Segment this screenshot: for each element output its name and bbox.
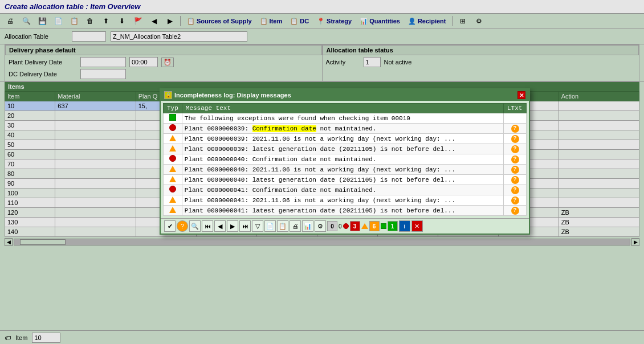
modal-info-btn[interactable]: i bbox=[399, 220, 410, 232]
modal-overlay: 🔒 Incompleteness log: Display messages ✕… bbox=[0, 0, 644, 344]
modal-copy-btn[interactable]: 📋 bbox=[277, 220, 288, 232]
modal-check-btn[interactable]: ✔ bbox=[164, 220, 176, 232]
modal-title: Incompleteness log: Display messages bbox=[174, 92, 291, 99]
cell-ltxt: ? bbox=[504, 185, 527, 195]
ltxt-icon[interactable]: ? bbox=[511, 196, 519, 204]
cell-message: Plant 0000000041: latest generation date… bbox=[182, 206, 503, 216]
modal-prev-btn[interactable]: ◀ bbox=[214, 220, 226, 232]
modal-toolbar: ✔ ? 🔍 ⏮ ◀ ▶ ⏭ ▽ 📄 📋 🖨 📊 ⚙ 0 0 3 6 bbox=[161, 218, 529, 234]
modal-content: Typ Message text LTxt The following exce… bbox=[161, 101, 529, 218]
cell-message: Plant 0000000040: 2021.11.06 is not a wo… bbox=[182, 165, 503, 175]
cell-typ bbox=[164, 113, 182, 124]
cell-message: Plant 0000000040: Confirmation date not … bbox=[182, 154, 503, 165]
list-item[interactable]: Plant 0000000039: 2021.11.06 is not a wo… bbox=[164, 134, 527, 144]
cell-ltxt: ? bbox=[504, 134, 527, 144]
ltxt-icon[interactable]: ? bbox=[511, 207, 519, 215]
cell-ltxt: ? bbox=[504, 154, 527, 165]
modal-export-btn[interactable]: 📄 bbox=[264, 220, 276, 232]
modal-config-btn[interactable]: ⚙ bbox=[315, 220, 326, 232]
cell-typ bbox=[164, 124, 182, 134]
count-yellow: 6 bbox=[369, 221, 380, 231]
msg-type-icon bbox=[169, 186, 176, 193]
modal-title-icon: 🔒 bbox=[164, 91, 172, 99]
cell-message: Plant 0000000039: Confirmation date not … bbox=[182, 124, 503, 134]
modal-close-btn[interactable]: ✕ bbox=[517, 91, 525, 99]
cell-typ bbox=[164, 175, 182, 185]
msg-type-icon bbox=[169, 155, 176, 162]
list-item[interactable]: Plant 0000000041: latest generation date… bbox=[164, 206, 527, 216]
list-item[interactable]: Plant 0000000039: latest generation date… bbox=[164, 144, 527, 154]
highlighted-text: Confirmation date bbox=[252, 125, 316, 132]
incompleteness-modal: 🔒 Incompleteness log: Display messages ✕… bbox=[160, 88, 530, 235]
list-item[interactable]: Plant 0000000040: latest generation date… bbox=[164, 175, 527, 185]
count-gray: 0 bbox=[327, 221, 337, 231]
ltxt-icon[interactable]: ? bbox=[511, 125, 519, 133]
modal-print-btn[interactable]: 🖨 bbox=[290, 220, 301, 232]
info-icon bbox=[381, 223, 386, 229]
list-item[interactable]: Plant 0000000039: Confirmation date not … bbox=[164, 124, 527, 134]
count-gray-icon: 0 bbox=[339, 223, 342, 230]
cell-typ bbox=[164, 165, 182, 175]
list-item[interactable]: Plant 0000000040: 2021.11.06 is not a wo… bbox=[164, 165, 527, 175]
col-typ: Typ bbox=[164, 104, 182, 113]
modal-find-btn[interactable]: 🔍 bbox=[189, 220, 201, 232]
col-message: Message text bbox=[182, 104, 503, 113]
cell-typ bbox=[164, 195, 182, 206]
list-item[interactable]: Plant 0000000040: Confirmation date not … bbox=[164, 154, 527, 165]
count-red: 3 bbox=[350, 221, 360, 231]
modal-first-btn[interactable]: ⏮ bbox=[202, 220, 213, 232]
ltxt-icon[interactable]: ? bbox=[511, 155, 519, 163]
ltxt-icon[interactable]: ? bbox=[511, 186, 519, 194]
cell-ltxt bbox=[504, 113, 527, 124]
list-item[interactable]: Plant 0000000041: 2021.11.06 is not a wo… bbox=[164, 195, 527, 206]
ltxt-icon[interactable]: ? bbox=[511, 176, 519, 184]
cell-message: Plant 0000000041: 2021.11.06 is not a wo… bbox=[182, 195, 503, 206]
modal-filter-btn[interactable]: ▽ bbox=[252, 220, 263, 232]
modal-last-btn[interactable]: ⏭ bbox=[239, 220, 251, 232]
modal-next-btn[interactable]: ▶ bbox=[227, 220, 238, 232]
msg-type-icon bbox=[169, 196, 176, 203]
cell-ltxt: ? bbox=[504, 165, 527, 175]
modal-title-bar: 🔒 Incompleteness log: Display messages ✕ bbox=[161, 89, 529, 101]
cell-typ bbox=[164, 154, 182, 165]
cell-message: Plant 0000000039: 2021.11.06 is not a wo… bbox=[182, 134, 503, 144]
modal-graph-btn[interactable]: 📊 bbox=[302, 220, 313, 232]
list-item[interactable]: The following exceptions were found when… bbox=[164, 113, 527, 124]
cell-typ bbox=[164, 185, 182, 195]
msg-type-icon bbox=[169, 207, 176, 213]
msg-type-icon bbox=[169, 114, 176, 121]
cell-typ bbox=[164, 144, 182, 154]
cell-message: Plant 0000000040: latest generation date… bbox=[182, 175, 503, 185]
msg-type-icon bbox=[169, 176, 176, 182]
cell-typ bbox=[164, 134, 182, 144]
error-icon bbox=[343, 223, 349, 229]
modal-help-btn[interactable]: ? bbox=[177, 220, 188, 232]
col-ltxt: LTxt bbox=[504, 104, 527, 113]
cell-ltxt: ? bbox=[504, 195, 527, 206]
msg-type-icon bbox=[169, 135, 176, 141]
msg-type-icon bbox=[169, 166, 176, 172]
warn-icon bbox=[361, 223, 368, 229]
cell-ltxt: ? bbox=[504, 175, 527, 185]
count-green: 1 bbox=[388, 221, 398, 231]
cell-typ bbox=[164, 206, 182, 216]
cell-ltxt: ? bbox=[504, 144, 527, 154]
ltxt-icon[interactable]: ? bbox=[511, 135, 519, 143]
msg-type-icon bbox=[169, 124, 176, 131]
list-item[interactable]: Plant 0000000041: Confirmation date not … bbox=[164, 185, 527, 195]
cell-message: Plant 0000000039: latest generation date… bbox=[182, 144, 503, 154]
cell-ltxt: ? bbox=[504, 206, 527, 216]
cell-ltxt: ? bbox=[504, 124, 527, 134]
modal-cancel-btn[interactable]: ✕ bbox=[411, 220, 423, 232]
msg-type-icon bbox=[169, 145, 176, 151]
ltxt-icon[interactable]: ? bbox=[511, 166, 519, 174]
message-table: Typ Message text LTxt The following exce… bbox=[163, 103, 527, 216]
cell-message: Plant 0000000041: Confirmation date not … bbox=[182, 185, 503, 195]
ltxt-icon[interactable]: ? bbox=[511, 145, 519, 153]
cell-message: The following exceptions were found when… bbox=[182, 113, 503, 124]
